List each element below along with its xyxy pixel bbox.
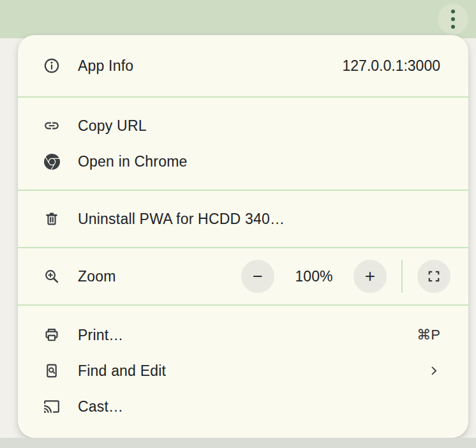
zoom-controls: − 100% + xyxy=(241,260,450,293)
menu-section-uninstall: Uninstall PWA for HCDD 340… xyxy=(18,190,468,247)
trash-icon xyxy=(43,211,60,227)
page-bottom-edge xyxy=(0,438,476,448)
printer-icon xyxy=(43,327,60,343)
info-icon xyxy=(43,57,60,74)
zoom-out-button[interactable]: − xyxy=(241,260,274,293)
menu-item-cast[interactable]: Cast… xyxy=(18,389,468,424)
chrome-icon xyxy=(43,153,60,170)
three-dot-menu-button[interactable] xyxy=(438,4,468,34)
kebab-dot-icon xyxy=(451,10,455,13)
kebab-dot-icon xyxy=(451,17,455,21)
menu-item-label: Cast… xyxy=(78,398,123,415)
menu-item-label: App Info xyxy=(78,57,133,75)
menu-section-app-info: App Info 127.0.0.1:3000 xyxy=(18,35,468,96)
menu-item-uninstall-pwa[interactable]: Uninstall PWA for HCDD 340… xyxy=(18,201,468,237)
zoom-in-button[interactable]: + xyxy=(353,260,387,293)
window-titlebar xyxy=(0,0,476,38)
menu-item-label: Print… xyxy=(78,327,124,344)
zoom-divider xyxy=(401,260,403,293)
menu-item-open-in-chrome[interactable]: Open in Chrome xyxy=(18,144,468,179)
kebab-dot-icon xyxy=(451,25,455,29)
menu-item-zoom: Zoom − 100% + xyxy=(18,258,468,294)
menu-section-actions: Print… ⌘P Find and Edit xyxy=(18,304,468,436)
app-origin-text: 127.0.0.1:3000 xyxy=(343,57,440,75)
menu-item-label: Find and Edit xyxy=(78,362,166,380)
fullscreen-button[interactable] xyxy=(417,260,450,293)
pwa-app-menu: App Info 127.0.0.1:3000 Copy URL Open in… xyxy=(18,35,468,438)
chevron-right-icon xyxy=(428,364,440,377)
menu-section-share: Copy URL Open in Chrome xyxy=(18,96,468,190)
zoom-level-value: 100% xyxy=(274,268,353,285)
find-in-page-icon xyxy=(43,362,60,379)
cast-icon xyxy=(43,398,60,415)
menu-section-zoom: Zoom − 100% + xyxy=(18,247,468,304)
menu-item-app-info[interactable]: App Info 127.0.0.1:3000 xyxy=(18,48,468,84)
menu-item-print[interactable]: Print… ⌘P xyxy=(18,317,468,353)
keyboard-shortcut: ⌘P xyxy=(417,327,440,343)
menu-item-copy-url[interactable]: Copy URL xyxy=(18,108,468,144)
link-icon xyxy=(43,117,60,134)
menu-item-label: Uninstall PWA for HCDD 340… xyxy=(78,211,285,228)
zoom-in-icon xyxy=(43,268,60,285)
fullscreen-icon xyxy=(426,269,442,284)
menu-item-label: Zoom xyxy=(78,268,116,285)
menu-item-label: Open in Chrome xyxy=(78,153,188,170)
menu-item-find-and-edit[interactable]: Find and Edit xyxy=(18,353,468,389)
menu-item-label: Copy URL xyxy=(78,117,147,135)
